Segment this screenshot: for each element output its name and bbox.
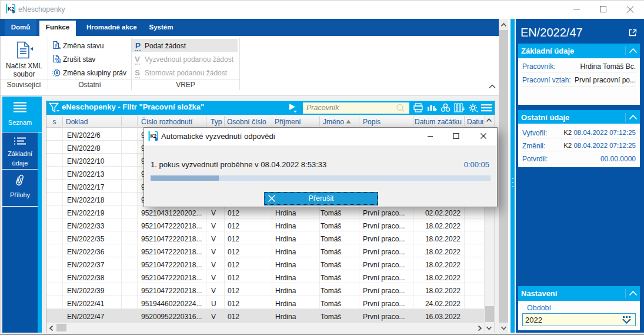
svg-text:K2: K2 <box>150 133 156 139</box>
svg-text:K2: K2 <box>8 6 14 12</box>
